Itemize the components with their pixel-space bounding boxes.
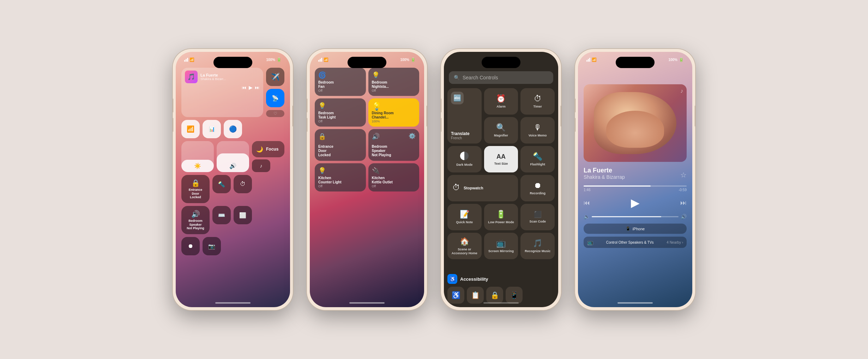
translate-icon: 🔤 bbox=[451, 92, 464, 104]
volume-slider[interactable]: 🔊 bbox=[217, 141, 249, 172]
dark-mode-icon bbox=[460, 152, 469, 160]
vol-down-2[interactable] bbox=[307, 118, 307, 132]
vol-high-icon: 🔊 bbox=[681, 214, 687, 219]
shazam-tile[interactable]: 🎵 Recognize Music bbox=[520, 233, 555, 259]
settings-icon[interactable]: ⚙️ bbox=[409, 133, 416, 139]
wifi-tile[interactable]: 📶 bbox=[181, 120, 200, 138]
acc-btn-4[interactable]: 📱 bbox=[506, 287, 523, 304]
low-power-tile[interactable]: 🔋 Low Power Mode bbox=[484, 204, 518, 230]
search-bar[interactable]: 🔍 Search Controls bbox=[449, 71, 553, 84]
vol-up-3[interactable] bbox=[441, 98, 441, 112]
door-icon-2: 🔒 bbox=[318, 133, 362, 140]
fan-tile[interactable]: 🌀 BedroomFan Off bbox=[315, 68, 366, 96]
fast-forward-button[interactable]: ⏭ bbox=[680, 199, 687, 207]
song-info-row: La Fuerte Shakira & Bizarrap ☆ bbox=[584, 167, 687, 183]
text-size-tile[interactable]: AA Text Size bbox=[484, 146, 518, 172]
vol-down-4[interactable] bbox=[575, 118, 575, 132]
screen-mirror-tile[interactable]: 📺 Screen Mirroring bbox=[484, 233, 518, 259]
heart-tile[interactable]: ♡ bbox=[266, 110, 284, 117]
dynamic-island-4 bbox=[616, 57, 655, 68]
flashlight-tile-3[interactable]: 🔦 Flashlight bbox=[520, 146, 555, 172]
brightness-slider[interactable]: ☀️ bbox=[181, 141, 214, 172]
magnifier-tile[interactable]: 🔍 Magnifier bbox=[484, 117, 518, 144]
volume-control: 🔈 🔊 bbox=[584, 214, 687, 219]
dynamic-island-2 bbox=[348, 57, 386, 68]
media-tile[interactable]: 🎵 La Fuerte Shakira & Bizarr... ⏮ ▶ ⏭ bbox=[181, 68, 263, 117]
stopwatch-tile[interactable]: ⏱ bbox=[234, 175, 252, 193]
kettle-tile[interactable]: 🔌 KitchenKettle Outlet Off bbox=[368, 163, 420, 191]
timer-tile[interactable]: ⏱ Timer bbox=[520, 88, 555, 115]
home-icon-3: 🏠 bbox=[460, 237, 469, 246]
voice-memo-tile[interactable]: 🎙 Voice Memo bbox=[520, 117, 555, 144]
play-button[interactable]: ▶ bbox=[631, 196, 640, 209]
music-note-tile[interactable]: ♪ bbox=[252, 159, 270, 172]
song-info: La Fuerte Shakira & Bizarrap bbox=[584, 167, 625, 183]
alarm-label: Alarm bbox=[496, 105, 506, 109]
keypad-tile[interactable]: ⌨️ bbox=[212, 206, 231, 224]
counter-light-tile[interactable]: 💡 KitchenCounter Light Off bbox=[315, 163, 366, 191]
chandelier-tile[interactable]: 💡 Dining RoomChandel... 100% bbox=[368, 98, 420, 127]
dark-mode-tile[interactable]: Dark Mode bbox=[447, 146, 482, 172]
entrance-door-tile-2[interactable]: 🔒 EntranceDoorLocked bbox=[315, 129, 366, 161]
home-tile-3[interactable]: 🏠 Scene or Accessory Home bbox=[447, 233, 482, 259]
home-indicator-3 bbox=[483, 302, 519, 304]
quick-note-tile[interactable]: 📝 Quick Note bbox=[447, 204, 482, 230]
power-button-2[interactable] bbox=[427, 105, 427, 127]
battery-percent: 100% bbox=[266, 58, 275, 62]
task-light-status: Off bbox=[318, 120, 362, 123]
rewind-button[interactable]: ⏮ bbox=[584, 199, 590, 207]
focus-dot-tile[interactable]: 📡 bbox=[266, 89, 284, 107]
power-button-4[interactable] bbox=[695, 105, 695, 127]
fast-forward-icon[interactable]: ⏭ bbox=[255, 85, 260, 90]
magnifier-icon: 🔍 bbox=[496, 123, 506, 132]
record-tile[interactable]: ⏺ bbox=[181, 237, 200, 255]
acc-btn-1[interactable]: ♿ bbox=[447, 287, 464, 304]
bar-2 bbox=[320, 59, 321, 62]
artwork-image bbox=[584, 84, 687, 162]
bedroom-speaker-tile-2[interactable]: ⚙️ 🔊 BedroomSpeakerNot Playing bbox=[368, 129, 420, 161]
power-button[interactable] bbox=[293, 105, 293, 127]
scan-code-tile[interactable]: ⬛ Scan Code bbox=[520, 204, 555, 230]
speakers-label: Control Other Speakers & TVs bbox=[606, 241, 654, 244]
volume-up-button[interactable] bbox=[173, 98, 173, 112]
entrance-door-tile[interactable]: 🔒 EntranceDoorLocked bbox=[181, 175, 210, 203]
output-device[interactable]: 📱 iPhone bbox=[584, 224, 687, 234]
focus-tile[interactable]: 🌙 Focus bbox=[252, 141, 284, 157]
play-icon[interactable]: ▶ bbox=[249, 85, 253, 90]
vol-down-3[interactable] bbox=[441, 118, 441, 132]
bar-3 bbox=[589, 58, 590, 62]
nightstand-status: Off bbox=[372, 89, 416, 92]
speakers-bar[interactable]: 📺 Control Other Speakers & TVs 4 Nearby … bbox=[584, 237, 687, 248]
cellular-tile[interactable]: 📊 bbox=[203, 120, 221, 138]
star-icon[interactable]: ☆ bbox=[680, 171, 687, 179]
stopwatch-tile-3[interactable]: ⏱ Stopwatch bbox=[447, 175, 518, 201]
flashlight-tile[interactable]: 🔦 bbox=[212, 175, 231, 193]
media-controls[interactable]: ⏮ ▶ ⏭ bbox=[185, 85, 260, 90]
flashlight-icon: 🔦 bbox=[218, 181, 225, 188]
vol-up-4[interactable] bbox=[575, 98, 575, 112]
bluetooth-tile[interactable]: 🔵 bbox=[224, 120, 242, 138]
volume-bar[interactable] bbox=[592, 216, 679, 217]
media-avatar: 🎵 bbox=[185, 71, 198, 83]
vol-up-2[interactable] bbox=[307, 98, 307, 112]
airplane-tile[interactable]: ✈️ bbox=[266, 68, 284, 86]
now-playing-bg: 📶 100% 🔋 ♪ bbox=[578, 52, 692, 307]
translate-tile[interactable]: 🔤 Translate French bbox=[447, 88, 482, 144]
control-center-bg: 📶 100% 🔋 🎵 La Fuerte Shakira & B bbox=[176, 52, 290, 307]
counter-light-info: KitchenCounter Light Off bbox=[318, 176, 362, 188]
bedroom-speaker-tile[interactable]: 🔊 BedroomSpeakerNot Playing bbox=[181, 206, 210, 234]
search-placeholder: Search Controls bbox=[463, 75, 498, 80]
screen-tile[interactable]: ⬜ bbox=[234, 206, 252, 224]
rewind-icon[interactable]: ⏮ bbox=[242, 85, 247, 90]
alarm-tile[interactable]: ⏰ Alarm bbox=[484, 88, 518, 115]
volume-down-button[interactable] bbox=[173, 118, 173, 132]
accessibility-label: Accessibility bbox=[460, 276, 488, 282]
nightstand-tile[interactable]: 💡 BedroomNightsta... Off bbox=[368, 68, 420, 96]
recording-tile[interactable]: ⏺ Recording bbox=[520, 175, 555, 201]
power-button-3[interactable] bbox=[561, 105, 561, 127]
acc-btn-2[interactable]: 📋 bbox=[467, 287, 484, 304]
progress-bar[interactable] bbox=[584, 185, 687, 187]
task-light-tile[interactable]: 💡 BedroomTask Light Off bbox=[315, 98, 366, 127]
camera-tile[interactable]: 📷 bbox=[203, 237, 221, 255]
acc-btn-3[interactable]: 🔒 bbox=[486, 287, 503, 304]
